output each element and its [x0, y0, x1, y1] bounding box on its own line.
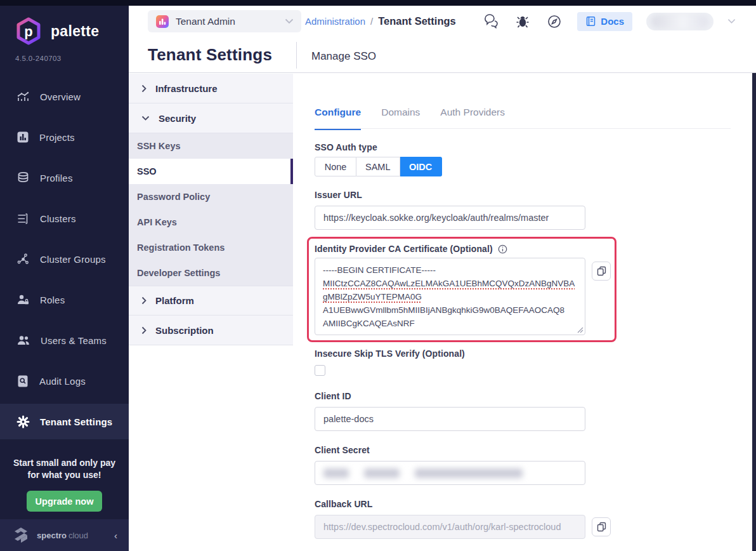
sidebar-item-users-teams[interactable]: Users & Teams — [0, 322, 129, 358]
window-top-strip — [0, 0, 756, 6]
settings-section-platform[interactable]: Platform — [129, 286, 293, 315]
breadcrumb-administration[interactable]: Administration — [305, 16, 365, 27]
workspace-selector[interactable]: Tenant Admin — [148, 10, 301, 32]
upgrade-now-button[interactable]: Upgrade now — [27, 491, 102, 512]
tab-domains[interactable]: Domains — [381, 107, 420, 130]
skip-tls-label: Insecure Skip TLS Verify (Optional) — [315, 349, 465, 359]
sso-auth-type-segmented: None SAML OIDC — [315, 157, 442, 176]
sidebar-item-clusters[interactable]: Clusters — [0, 201, 129, 236]
chevron-down-icon — [285, 18, 294, 24]
ca-certificate-label-row: Identity Provider CA Certificate (Option… — [315, 244, 507, 254]
sso-auth-option-none[interactable]: None — [315, 157, 356, 176]
sso-auth-option-saml[interactable]: SAML — [356, 157, 400, 176]
tabs-underline — [315, 128, 731, 129]
cert-line: gMBlZpZW5uYTEPMA0G — [323, 290, 577, 303]
breadcrumb-current: Tenant Settings — [378, 15, 456, 27]
callback-url-input: https://dev.spectrocloud.com/v1/auth/org… — [315, 515, 585, 539]
user-menu[interactable] — [646, 13, 714, 30]
workspace-icon — [155, 15, 169, 29]
palette-logo-icon: p — [14, 17, 43, 46]
sidebar-footer: spectrocloud ‹ — [0, 519, 129, 551]
page-header: Tenant Settings Manage SSO — [129, 37, 756, 73]
sidebar-item-overview[interactable]: Overview — [0, 79, 129, 114]
tab-configure[interactable]: Configure — [315, 107, 361, 130]
header-divider — [296, 42, 297, 69]
explore-compass-icon[interactable] — [545, 13, 563, 30]
cluster-groups-icon — [16, 253, 30, 266]
topbar-actions: Docs — [482, 6, 736, 37]
clusters-icon — [16, 212, 30, 225]
overview-icon — [16, 90, 30, 103]
sidebar-item-roles[interactable]: Roles — [0, 282, 129, 317]
settings-section-infrastructure[interactable]: Infrastructure — [129, 74, 293, 103]
client-secret-redacted — [323, 468, 523, 478]
svg-text:p: p — [24, 23, 32, 39]
chevron-down-icon — [141, 116, 150, 121]
sso-auth-option-oidc[interactable]: OIDC — [400, 157, 442, 176]
textarea-resize-handle[interactable] — [577, 327, 583, 333]
client-secret-input[interactable] — [315, 461, 585, 485]
client-id-input[interactable]: palette-docs — [315, 407, 585, 431]
upsell-message: Start small and only pay for what you us… — [0, 457, 129, 481]
sidebar-item-cluster-groups[interactable]: Cluster Groups — [0, 241, 129, 277]
sso-tabs: Configure Domains Auth Providers — [315, 107, 505, 130]
copy-certificate-button[interactable] — [592, 262, 611, 281]
client-secret-label: Client Secret — [315, 445, 370, 455]
sidebar-item-label: Overview — [40, 91, 81, 102]
docs-button-label: Docs — [601, 16, 624, 27]
workspace-name: Tenant Admin — [176, 16, 235, 27]
bug-report-icon[interactable] — [514, 13, 531, 30]
settings-section-subscription[interactable]: Subscription — [129, 315, 293, 345]
sso-auth-type-label: SSO Auth type — [315, 142, 377, 152]
upsell-line2: for what you use! — [0, 469, 129, 481]
breadcrumb: Administration / Tenant Settings — [305, 6, 456, 37]
app-version: 4.5.0-240703 — [15, 55, 62, 62]
primary-sidebar: p palette 4.5.0-240703 Overview Projects… — [0, 0, 129, 551]
upsell-line1: Start small and only pay — [0, 457, 129, 469]
settings-item-developer-settings[interactable]: Developer Settings — [129, 260, 293, 286]
gear-icon — [16, 415, 30, 428]
user-menu-chevron-icon[interactable] — [727, 18, 736, 24]
sidebar-item-label: Users & Teams — [41, 335, 107, 346]
client-id-label: Client ID — [315, 391, 351, 401]
sidebar-item-label: Projects — [39, 132, 75, 143]
sidebar-item-label: Profiles — [40, 173, 73, 183]
scrollbar[interactable] — [752, 73, 756, 551]
feedback-chat-icon[interactable] — [482, 13, 500, 30]
sidebar-item-label: Clusters — [40, 213, 76, 224]
docs-book-icon — [585, 16, 596, 27]
settings-item-sso[interactable]: SSO — [129, 159, 293, 184]
issuer-url-input[interactable]: https://keycloak.sokke.org/keycloak/auth… — [315, 206, 585, 230]
sidebar-item-tenant-settings[interactable]: Tenant Settings — [0, 404, 129, 439]
sidebar-item-label: Audit Logs — [39, 376, 86, 387]
copy-icon — [597, 522, 606, 532]
settings-section-security[interactable]: Security — [129, 103, 293, 133]
copy-icon — [597, 266, 606, 276]
settings-item-ssh-keys[interactable]: SSH Keys — [129, 133, 293, 159]
settings-item-registration-tokens[interactable]: Registration Tokens — [129, 235, 293, 260]
sidebar-collapse-icon[interactable]: ‹ — [114, 530, 117, 541]
sidebar-item-audit-logs[interactable]: Audit Logs — [0, 363, 129, 399]
docs-button[interactable]: Docs — [577, 12, 632, 31]
chevron-right-icon — [141, 84, 147, 93]
cert-line: MIICtzCCAZ8CAQAwLzELMAkGA1UEBhMCQVQxDzAN… — [323, 277, 577, 290]
sidebar-item-label: Tenant Settings — [40, 416, 112, 427]
cert-line: A1UEBwwGVmllbm5hMIIBIjANBgkqhkiG9w0BAQEF… — [323, 303, 577, 317]
tab-auth-providers[interactable]: Auth Providers — [440, 107, 505, 130]
page-subtitle: Manage SSO — [311, 50, 376, 63]
users-teams-icon — [16, 334, 30, 347]
chevron-right-icon — [141, 296, 147, 305]
copy-callback-url-button[interactable] — [592, 517, 611, 536]
ca-certificate-textarea[interactable]: -----BEGIN CERTIFICATE----- MIICtzCCAZ8C… — [315, 258, 585, 335]
settings-item-password-policy[interactable]: Password Policy — [129, 184, 293, 209]
topbar: Tenant Admin Administration / Tenant Set… — [129, 6, 756, 37]
security-subitems: SSH Keys SSO Password Policy API Keys Re… — [129, 133, 293, 286]
info-icon — [498, 244, 507, 254]
app-root: p palette 4.5.0-240703 Overview Projects… — [0, 0, 756, 551]
sidebar-item-projects[interactable]: Projects — [0, 119, 129, 155]
user-name-redacted — [651, 15, 708, 29]
sidebar-item-profiles[interactable]: Profiles — [0, 160, 129, 196]
skip-tls-checkbox[interactable] — [315, 365, 325, 376]
projects-icon — [16, 131, 29, 143]
settings-item-api-keys[interactable]: API Keys — [129, 209, 293, 235]
